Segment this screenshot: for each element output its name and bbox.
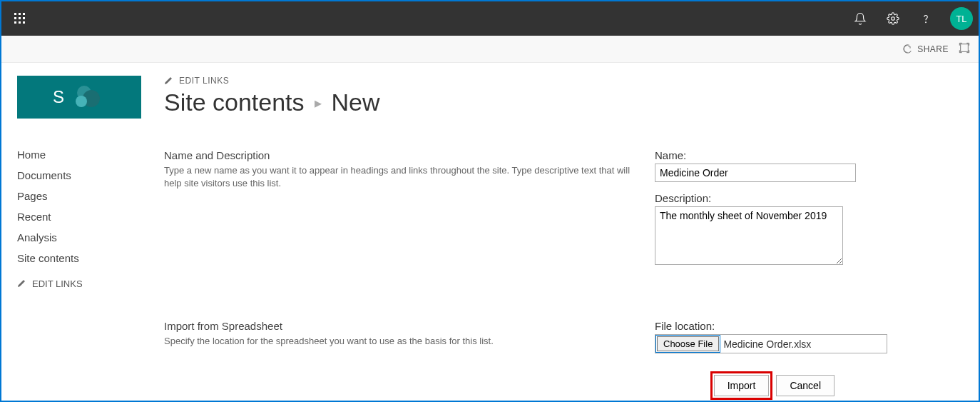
cancel-button[interactable]: Cancel xyxy=(776,375,834,396)
selected-file-name: Medicine Order.xlsx xyxy=(723,338,811,350)
page-title-sub: New xyxy=(332,89,380,116)
file-input-row: Choose File Medicine Order.xlsx xyxy=(655,334,887,353)
site-logo[interactable]: S xyxy=(17,76,141,119)
name-input[interactable] xyxy=(655,164,856,182)
focus-mode-icon[interactable] xyxy=(959,42,970,56)
section-desc: Specify the location for the spreadsheet… xyxy=(164,335,633,348)
header-edit-links[interactable]: EDIT LINKS xyxy=(164,76,963,86)
file-location-label: File location: xyxy=(655,320,963,332)
import-button[interactable]: Import xyxy=(714,375,770,396)
svg-rect-1 xyxy=(19,13,21,15)
main-area: S Home Documents Pages Recent Analysis S… xyxy=(1,63,979,396)
description-label: Description: xyxy=(655,192,963,204)
section-import: Import from Spreadsheet Specify the loca… xyxy=(164,320,963,363)
content-area: EDIT LINKS Site contents ▸ New Name and … xyxy=(158,76,963,396)
nav-site-contents[interactable]: Site contents xyxy=(17,248,158,268)
breadcrumb-separator-icon: ▸ xyxy=(315,94,322,111)
sidebar-nav: Home Documents Pages Recent Analysis Sit… xyxy=(17,144,158,268)
pencil-icon xyxy=(17,279,26,288)
header-edit-links-label: EDIT LINKS xyxy=(179,76,229,86)
nav-pages[interactable]: Pages xyxy=(17,186,158,206)
logo-graphic xyxy=(74,83,103,111)
svg-rect-12 xyxy=(961,44,969,52)
svg-point-10 xyxy=(926,22,927,23)
svg-rect-5 xyxy=(23,17,25,19)
form-buttons: Import Cancel xyxy=(164,375,963,396)
section-title: Import from Spreadsheet xyxy=(164,320,633,332)
page-title: Site contents ▸ New xyxy=(164,89,963,116)
nav-home[interactable]: Home xyxy=(17,144,158,165)
svg-rect-3 xyxy=(14,17,16,19)
share-bar: SHARE xyxy=(1,36,979,63)
share-label: SHARE xyxy=(917,44,949,54)
description-textarea[interactable] xyxy=(655,206,843,265)
section-desc: Type a new name as you want it to appear… xyxy=(164,164,633,190)
sidebar: S Home Documents Pages Recent Analysis S… xyxy=(17,76,158,396)
settings-icon[interactable] xyxy=(880,6,906,31)
help-icon[interactable] xyxy=(913,6,939,31)
sidebar-edit-links-label: EDIT LINKS xyxy=(32,278,83,289)
svg-rect-0 xyxy=(14,13,16,15)
svg-rect-7 xyxy=(19,21,21,24)
section-title: Name and Description xyxy=(164,149,633,161)
top-right-controls: TL xyxy=(847,6,973,31)
svg-point-15 xyxy=(76,96,87,107)
nav-documents[interactable]: Documents xyxy=(17,165,158,186)
notifications-icon[interactable] xyxy=(847,6,873,31)
app-launcher-icon[interactable] xyxy=(7,6,33,31)
share-button[interactable]: SHARE xyxy=(902,44,949,54)
svg-point-9 xyxy=(892,17,895,21)
nav-recent[interactable]: Recent xyxy=(17,206,158,227)
nav-analysis[interactable]: Analysis xyxy=(17,227,158,248)
page-title-main: Site contents xyxy=(164,89,305,116)
section-name-description: Name and Description Type a new name as … xyxy=(164,149,963,277)
svg-rect-2 xyxy=(23,13,25,15)
name-label: Name: xyxy=(655,149,963,161)
svg-rect-6 xyxy=(14,21,16,24)
user-avatar[interactable]: TL xyxy=(950,7,973,30)
pencil-icon xyxy=(164,76,173,86)
logo-letter: S xyxy=(53,87,64,107)
form: Name and Description Type a new name as … xyxy=(164,149,963,396)
svg-rect-8 xyxy=(23,21,25,24)
app-top-bar: TL xyxy=(1,1,979,36)
sidebar-edit-links[interactable]: EDIT LINKS xyxy=(17,278,158,289)
choose-file-button[interactable]: Choose File xyxy=(657,336,719,351)
svg-rect-4 xyxy=(19,17,21,19)
